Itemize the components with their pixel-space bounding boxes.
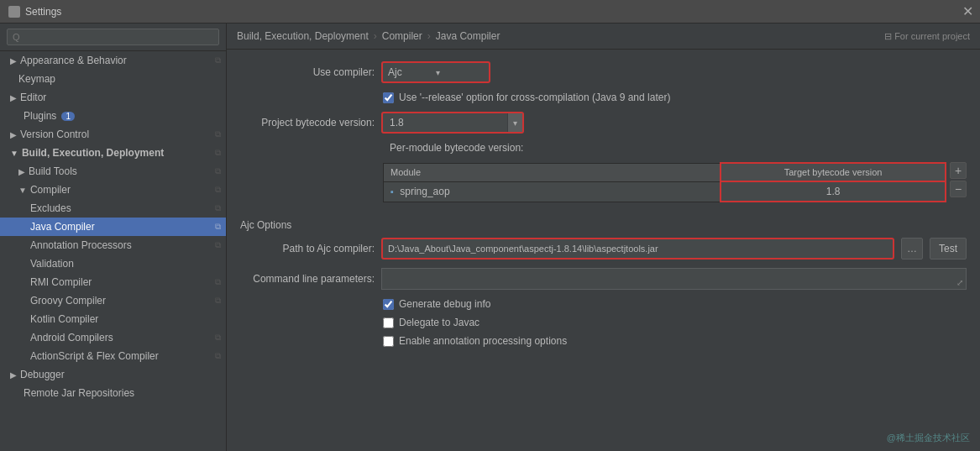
table-remove-button[interactable]: − (950, 181, 967, 197)
sidebar-item-label: Build Tools (29, 165, 77, 177)
sidebar-item-appearance-behavior[interactable]: ▶ Appearance & Behavior ⧉ (0, 51, 226, 70)
sidebar-item-editor[interactable]: ▶ Editor (0, 88, 226, 107)
project-bytecode-dropdown[interactable]: 1.8 ▾ (381, 112, 524, 134)
copy-icon: ⧉ (215, 222, 221, 232)
right-panel-inner: Build, Execution, Deployment › Compiler … (227, 24, 980, 451)
sidebar-content: ▶ Appearance & Behavior ⧉ Keymap ▶ Edito… (0, 51, 226, 451)
plugins-badge: 1 (61, 112, 75, 121)
sidebar: ▶ Appearance & Behavior ⧉ Keymap ▶ Edito… (0, 24, 227, 451)
copy-icon: ⧉ (215, 333, 221, 343)
arrow-icon: ▶ (10, 56, 17, 66)
ajc-section-title: Ajc Options (240, 219, 967, 231)
enable-annotation-checkbox[interactable] (383, 336, 394, 347)
table-cell-target-bytecode[interactable]: 1.8 (721, 181, 946, 202)
copy-icon: ⧉ (215, 203, 221, 213)
sidebar-item-keymap[interactable]: Keymap (0, 70, 226, 88)
table-row[interactable]: ▪ spring_aop 1.8 (384, 181, 946, 202)
bytecode-version-arrow[interactable]: ▾ (507, 113, 522, 132)
dropdown-arrow-icon: ▾ (436, 68, 484, 77)
sidebar-item-kotlin-compiler[interactable]: Kotlin Compiler (0, 310, 226, 328)
sidebar-item-label: Kotlin Compiler (30, 313, 98, 325)
generate-debug-label: Generate debug info (399, 298, 490, 310)
table-cell-module: ▪ spring_aop (384, 181, 721, 202)
delegate-javac-row: Delegate to Javac (383, 317, 967, 328)
table-container: Module Target bytecode version ▪ spring_… (383, 162, 967, 211)
arrow-icon: ▶ (10, 130, 17, 139)
right-panel: Build, Execution, Deployment › Compiler … (227, 24, 980, 451)
delegate-javac-label: Delegate to Javac (399, 317, 480, 328)
sidebar-item-label: Annotation Processors (30, 239, 132, 251)
copy-icon: ⧉ (215, 351, 221, 361)
copy-icon: ⧉ (215, 148, 221, 158)
search-input[interactable] (7, 29, 219, 45)
breadcrumb-part-1: Build, Execution, Deployment (237, 30, 369, 42)
arrow-down-icon: ▼ (18, 186, 27, 195)
title-bar-title: Settings (25, 6, 61, 18)
sidebar-item-plugins[interactable]: Plugins 1 (0, 107, 226, 125)
browse-folder-button[interactable]: … (901, 238, 923, 260)
sidebar-item-build-tools[interactable]: ▶ Build Tools ⧉ (0, 162, 226, 181)
delegate-javac-checkbox[interactable] (383, 317, 394, 328)
sidebar-item-label: Plugins (24, 110, 56, 122)
release-option-label: Use '--release' option for cross-compila… (399, 92, 670, 103)
test-button[interactable]: Test (930, 238, 967, 260)
command-line-input[interactable]: ⤢ (381, 268, 967, 290)
sidebar-item-build-execution-deployment[interactable]: ▼ Build, Execution, Deployment ⧉ (0, 144, 226, 162)
sidebar-item-label: Groovy Compiler (30, 295, 106, 307)
breadcrumb-sep-2: › (427, 30, 431, 42)
sidebar-item-compiler[interactable]: ▼ Compiler ⧉ (0, 181, 226, 199)
path-to-ajc-row: Path to Ajc compiler: D:\Java_About\Java… (240, 238, 967, 260)
sidebar-item-label: Editor (20, 92, 46, 103)
sidebar-item-groovy-compiler[interactable]: Groovy Compiler ⧉ (0, 291, 226, 310)
close-button[interactable]: ✕ (962, 5, 973, 18)
path-to-ajc-label: Path to Ajc compiler: (240, 243, 375, 254)
sidebar-item-android-compilers[interactable]: Android Compilers ⧉ (0, 328, 226, 347)
title-bar: Settings ✕ (0, 0, 980, 24)
sidebar-item-rmi-compiler[interactable]: RMI Compiler ⧉ (0, 273, 226, 291)
sidebar-item-label: Version Control (20, 128, 89, 140)
sidebar-item-label: Build, Execution, Deployment (22, 147, 164, 159)
sidebar-item-label: Compiler (30, 184, 71, 196)
enable-annotation-row: Enable annotation processing options (383, 335, 967, 347)
table-add-button[interactable]: + (950, 162, 967, 179)
generate-debug-checkbox[interactable] (383, 299, 394, 310)
sidebar-search-container (0, 24, 226, 51)
use-compiler-dropdown[interactable]: Ajc ▾ (381, 61, 490, 83)
per-module-label: Per-module bytecode version: (390, 142, 523, 154)
table-actions: + − (950, 162, 967, 197)
sidebar-item-label: Excludes (30, 202, 71, 214)
sidebar-item-excludes[interactable]: Excludes ⧉ (0, 199, 226, 218)
use-compiler-row: Use compiler: Ajc ▾ (240, 61, 967, 83)
sidebar-item-debugger[interactable]: ▶ Debugger (0, 365, 226, 384)
module-name: spring_aop (400, 186, 449, 197)
use-compiler-value: Ajc (388, 66, 436, 78)
sidebar-item-remote-jar-repositories[interactable]: Remote Jar Repositories (0, 384, 226, 402)
sidebar-item-label: Java Compiler (30, 221, 95, 233)
sidebar-item-label: Remote Jar Repositories (24, 387, 134, 399)
breadcrumb: Build, Execution, Deployment › Compiler … (227, 24, 980, 50)
copy-icon: ⧉ (215, 129, 221, 139)
arrow-icon: ▶ (10, 370, 17, 380)
path-to-ajc-input[interactable]: D:\Java_About\Java_component\aspectj-1.8… (381, 238, 894, 260)
project-bytecode-label: Project bytecode version: (240, 117, 375, 128)
arrow-down-icon: ▼ (10, 149, 18, 158)
sidebar-item-annotation-processors[interactable]: Annotation Processors ⧉ (0, 236, 226, 254)
release-option-checkbox[interactable] (383, 92, 394, 103)
copy-icon: ⧉ (215, 277, 221, 287)
copy-icon: ⧉ (215, 185, 221, 195)
arrow-icon: ▶ (18, 167, 25, 176)
watermark: @稀土掘金技术社区 (887, 432, 970, 444)
copy-icon: ⧉ (215, 166, 221, 176)
sidebar-item-actionscript-flex[interactable]: ActionScript & Flex Compiler ⧉ (0, 347, 226, 365)
project-bytecode-value: 1.8 (383, 115, 507, 130)
breadcrumb-sep-1: › (374, 30, 377, 42)
sidebar-item-version-control[interactable]: ▶ Version Control ⧉ (0, 125, 226, 144)
breadcrumb-part-3: Java Compiler (436, 30, 500, 42)
sidebar-item-label: Appearance & Behavior (20, 55, 127, 66)
use-compiler-label: Use compiler: (240, 66, 375, 78)
sidebar-item-java-compiler[interactable]: Java Compiler ⧉ (0, 218, 226, 236)
sidebar-item-validation[interactable]: Validation (0, 254, 226, 273)
release-option-row: Use '--release' option for cross-compila… (383, 92, 967, 103)
enable-annotation-label: Enable annotation processing options (399, 335, 567, 347)
content-area: Use compiler: Ajc ▾ Use '--release' opti… (227, 50, 980, 451)
